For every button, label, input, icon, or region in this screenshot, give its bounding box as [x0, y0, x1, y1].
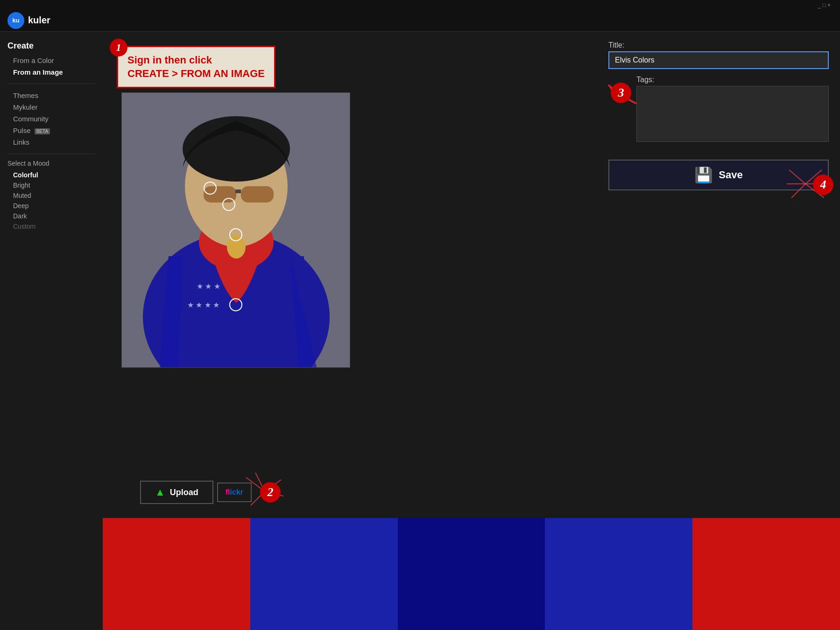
palette-swatch[interactable]: [692, 518, 840, 630]
step4-container: 4: [813, 175, 833, 195]
right-panel: Title: 3 Tags:: [597, 32, 840, 518]
logo-circle: ku: [7, 12, 24, 29]
image-section: 1 Sign in then click CREATE > FROM AN IM…: [103, 32, 597, 518]
sidebar: Create From a Color From an Image Themes…: [0, 32, 103, 630]
svg-rect-8: [235, 189, 241, 193]
main-layout: Create From a Color From an Image Themes…: [0, 32, 840, 630]
step4-badge: 4: [813, 175, 833, 195]
sidebar-item-mykuler[interactable]: Mykuler: [7, 101, 95, 113]
palette-swatch[interactable]: [398, 518, 545, 630]
mood-dark[interactable]: Dark: [7, 211, 95, 221]
svg-line-18: [789, 170, 805, 184]
callout-line2: CREATE > FROM AN IMAGE: [127, 68, 265, 79]
tags-field-container: 3 Tags:: [636, 76, 829, 144]
app-name: kuler: [28, 15, 50, 26]
header: ku kuler: [0, 9, 840, 32]
svg-text:★ ★ ★: ★ ★ ★: [197, 282, 220, 290]
step1-badge: 1: [110, 39, 127, 56]
sidebar-item-themes[interactable]: Themes: [7, 90, 95, 101]
mood-bright[interactable]: Bright: [7, 180, 95, 190]
color-picker-4[interactable]: [229, 298, 242, 311]
mood-muted[interactable]: Muted: [7, 190, 95, 201]
upload-label: Upload: [170, 488, 198, 497]
upload-section: ▲ Upload flickr: [140, 481, 281, 504]
palette-swatch[interactable]: [103, 518, 250, 630]
callout-line1: Sign in then click: [127, 54, 212, 66]
tags-label: Tags:: [636, 76, 829, 84]
tags-input[interactable]: [636, 86, 829, 142]
palette-swatch[interactable]: [545, 518, 692, 630]
save-container: 💾 Save 4: [608, 160, 829, 190]
mood-deep[interactable]: Deep: [7, 201, 95, 211]
select-mood-label: Select a Mood: [7, 160, 95, 167]
sidebar-divider-1: [7, 84, 95, 84]
create-section-title: Create: [7, 41, 95, 51]
svg-text:★ ★ ★ ★: ★ ★ ★ ★: [187, 301, 219, 309]
sidebar-item-from-color[interactable]: From a Color: [7, 55, 95, 66]
content-area: 1 Sign in then click CREATE > FROM AN IM…: [103, 32, 840, 630]
step2-badge: 2: [260, 482, 281, 503]
callout-box: 1 Sign in then click CREATE > FROM AN IM…: [117, 46, 275, 88]
sidebar-item-pulse[interactable]: Pulse BETA: [7, 125, 95, 136]
window-controls: _ □ ×: [818, 2, 831, 9]
color-palette: [103, 518, 840, 630]
step3-badge: 3: [611, 83, 631, 103]
uploaded-image: ★ ★ ★ ★ ★ ★ ★: [121, 92, 350, 368]
color-picker-2[interactable]: [222, 198, 235, 211]
sidebar-item-community[interactable]: Community: [7, 113, 95, 125]
flickr-label-pink: fl: [226, 488, 230, 496]
callout-text: Sign in then click CREATE > FROM AN IMAG…: [127, 54, 265, 80]
color-picker-3[interactable]: [229, 228, 242, 241]
mood-colorful[interactable]: Colorful: [7, 170, 95, 180]
svg-rect-7: [241, 186, 274, 203]
step2-container: 2: [260, 482, 281, 503]
beta-badge: BETA: [35, 128, 50, 134]
top-content: 1 Sign in then click CREATE > FROM AN IM…: [103, 32, 840, 518]
upload-arrow-icon: ▲: [155, 486, 165, 498]
color-picker-1[interactable]: [204, 182, 217, 195]
mood-custom[interactable]: Custom: [7, 221, 95, 231]
title-field-container: Title:: [608, 41, 829, 69]
upload-button[interactable]: ▲ Upload: [140, 481, 213, 504]
logo-initials: ku: [12, 17, 19, 24]
save-label: Save: [719, 169, 742, 181]
title-input[interactable]: [608, 51, 829, 69]
flickr-label-blue: ickr: [230, 488, 243, 496]
sidebar-item-links[interactable]: Links: [7, 136, 95, 148]
sidebar-item-from-image[interactable]: From an Image: [7, 66, 95, 78]
sidebar-divider-2: [7, 154, 95, 154]
pulse-label: Pulse: [13, 126, 31, 134]
svg-line-20: [791, 184, 805, 198]
top-meta-bar: _ □ ×: [0, 0, 840, 9]
palette-swatch[interactable]: [250, 518, 398, 630]
save-disk-icon: 💾: [694, 166, 713, 184]
title-label: Title:: [608, 41, 829, 49]
